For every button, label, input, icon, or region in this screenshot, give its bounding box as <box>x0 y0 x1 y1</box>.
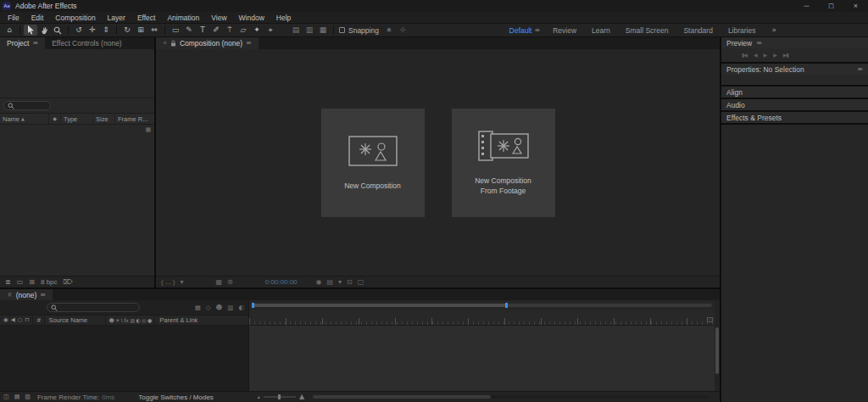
timeline-panel-menu-icon[interactable]: ≡ <box>40 292 46 299</box>
color-depth-button[interactable]: 8 bpc <box>41 278 58 286</box>
collapse-switch-icon[interactable]: ✳ <box>115 318 120 323</box>
zoom-tool[interactable] <box>51 25 64 36</box>
interpret-footage-icon[interactable]: ≣ <box>5 279 11 286</box>
timeline-close-icon[interactable]: × <box>7 292 13 299</box>
menu-file[interactable]: File <box>2 14 25 22</box>
align-header[interactable]: Align <box>721 87 868 98</box>
navigator-end-handle[interactable] <box>505 303 508 308</box>
preview-panel-menu-icon[interactable]: ≡ <box>756 40 762 47</box>
timeline-layer-list[interactable] <box>0 326 248 391</box>
fx-switch-icon[interactable]: fx <box>124 318 129 323</box>
project-flowchart-icon[interactable]: ▦ <box>145 127 151 133</box>
column-label[interactable]: ◆ <box>49 114 61 124</box>
pan-camera-tool-icon[interactable]: ✛ <box>86 25 99 36</box>
magnification-caret-icon[interactable]: ▾ <box>180 279 183 286</box>
workspace-tab-review[interactable]: Review <box>545 26 584 35</box>
adjustment-switch-icon[interactable]: ◎ <box>142 318 146 323</box>
preview-header[interactable]: Preview ≡ <box>721 37 868 48</box>
project-panel-menu-icon[interactable]: ≡ <box>32 40 38 47</box>
region-of-interest-icon[interactable]: ⊡ <box>347 279 353 286</box>
expand-transfer-controls-icon[interactable]: ▤ <box>14 394 20 400</box>
audio-header[interactable]: Audio <box>721 99 868 110</box>
new-folder-icon[interactable]: ▭ <box>17 279 24 286</box>
tab-project[interactable]: Project ≡ <box>0 37 45 49</box>
clone-stamp-tool-icon[interactable]: ⍑ <box>223 25 236 36</box>
tab-timeline[interactable]: × (none) ≡ <box>0 289 53 300</box>
current-time-display[interactable]: 0:00:00:00 <box>265 278 298 286</box>
menu-composition[interactable]: Composition <box>49 14 101 22</box>
play-button[interactable]: ▶ <box>764 53 767 58</box>
time-ruler[interactable] <box>249 310 715 326</box>
lock-column-icon[interactable]: ⊓ <box>25 317 29 323</box>
transparency-grid-icon[interactable]: ▢ <box>358 279 364 286</box>
zoom-slider-thumb[interactable] <box>278 394 281 399</box>
new-composition-footer-icon[interactable]: ⊞ <box>29 279 35 286</box>
menu-view[interactable]: View <box>205 14 232 22</box>
snap-option-a-icon[interactable]: ∗ <box>382 25 396 36</box>
expand-layer-switches-icon[interactable]: ◫ <box>3 394 9 400</box>
workspace-tab-standard[interactable]: Standard <box>676 26 721 35</box>
go-to-end-button[interactable]: ▶▮ <box>783 53 788 58</box>
video-eye-icon[interactable]: ◉ <box>3 317 8 323</box>
pen-tool-icon[interactable]: ✎ <box>182 25 196 36</box>
draft-3d-icon[interactable]: ◇ <box>206 304 211 311</box>
shy-switch-icon[interactable]: ☻ <box>108 318 114 323</box>
snap-option-b-icon[interactable]: ⊹ <box>396 25 409 36</box>
shape-tool-icon[interactable]: ▭ <box>169 25 182 36</box>
parent-link-column[interactable]: Parent & Link <box>155 315 248 325</box>
project-item-list[interactable]: ▦ <box>0 125 154 276</box>
magnification-dropdown[interactable]: ( ... ) <box>161 278 175 286</box>
comp-marker-bin[interactable] <box>707 317 713 322</box>
roto-brush-tool-icon[interactable]: ✦ <box>250 25 264 36</box>
resolution-caret-icon[interactable]: ▾ <box>338 279 342 286</box>
properties-header[interactable]: Properties: No Selection ≡ <box>721 64 868 75</box>
previous-frame-button[interactable]: ◀ <box>754 53 757 58</box>
properties-panel-menu-icon[interactable]: ≡ <box>857 66 863 73</box>
workspace-menu-icon[interactable]: ≡ <box>534 27 545 34</box>
snapping-checkbox[interactable] <box>339 27 345 33</box>
tool-option-3-icon[interactable]: ▦ <box>316 25 330 36</box>
navigator-start-handle[interactable] <box>252 303 254 308</box>
menu-help[interactable]: Help <box>270 14 297 22</box>
new-composition-from-footage-card[interactable]: New Composition From Footage <box>452 109 555 217</box>
time-navigator-track[interactable] <box>252 304 712 307</box>
tab-composition[interactable]: « Composition (none) ≡ <box>156 37 259 49</box>
toggle-switches-modes-button[interactable]: Toggle Switches / Modes <box>138 394 214 401</box>
layer-number-column[interactable]: # <box>33 315 45 325</box>
timeline-search-input[interactable] <box>47 303 140 312</box>
minimize-button[interactable]: — <box>794 0 819 12</box>
menu-effect[interactable]: Effect <box>131 14 162 22</box>
timeline-track-area[interactable] <box>249 326 715 391</box>
go-to-start-button[interactable]: ▮◀ <box>742 53 747 58</box>
zoom-in-mountain-icon[interactable]: ▲ <box>299 394 304 400</box>
source-name-column[interactable]: Source Name <box>45 315 106 325</box>
puppet-pin-tool-icon[interactable]: ⌖ <box>264 25 277 36</box>
workspace-overflow-icon[interactable]: » <box>763 26 776 34</box>
snapshot-icon[interactable]: ◉ <box>316 279 322 286</box>
home-icon[interactable]: ⌂ <box>3 25 16 36</box>
orbit-camera-tool-icon[interactable]: ↺ <box>72 25 86 36</box>
hide-shy-layers-icon[interactable]: ☻ <box>216 304 223 311</box>
rotation-tool-icon[interactable]: ↻ <box>120 25 134 36</box>
close-button[interactable]: × <box>843 0 868 12</box>
vertical-scrollbar-thumb[interactable] <box>715 327 719 374</box>
workspace-tab-learn[interactable]: Learn <box>584 26 618 35</box>
column-size[interactable]: Size <box>93 114 115 124</box>
workspace-tab-libraries[interactable]: Libraries <box>721 26 764 35</box>
workspace-tab-small-screen[interactable]: Small Screen <box>618 26 676 35</box>
project-search-input[interactable] <box>3 101 51 110</box>
mask-visibility-icon[interactable]: ⊚ <box>227 279 233 286</box>
camera-tool-icon[interactable]: ⊞ <box>134 25 147 36</box>
grid-guides-icon[interactable]: ▦ <box>215 279 222 286</box>
dolly-camera-tool-icon[interactable]: ⇕ <box>99 25 113 36</box>
menu-window[interactable]: Window <box>233 14 270 22</box>
pan-behind-tool-icon[interactable]: ⇔ <box>147 25 161 36</box>
column-name[interactable]: Name ▲ <box>0 114 49 124</box>
menu-edit[interactable]: Edit <box>25 14 50 22</box>
timeline-zoom-slider[interactable] <box>264 396 296 398</box>
trash-icon[interactable]: ⌦ <box>64 279 73 286</box>
next-frame-button[interactable]: ▶ <box>773 53 776 58</box>
hand-tool[interactable] <box>37 25 51 36</box>
quality-switch-icon[interactable]: \ <box>121 318 123 323</box>
column-frame-rate[interactable]: Frame R... <box>115 114 154 124</box>
